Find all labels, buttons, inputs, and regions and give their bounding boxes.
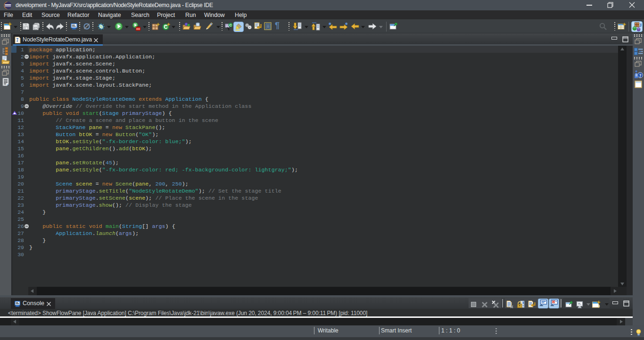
svg-text:?: ?	[639, 73, 642, 78]
svg-text:✱: ✱	[345, 22, 348, 25]
svg-text:✱: ✱	[329, 22, 331, 25]
svg-text:J: J	[639, 22, 642, 28]
svg-text:C: C	[164, 24, 168, 30]
svg-text:C: C	[229, 23, 232, 27]
